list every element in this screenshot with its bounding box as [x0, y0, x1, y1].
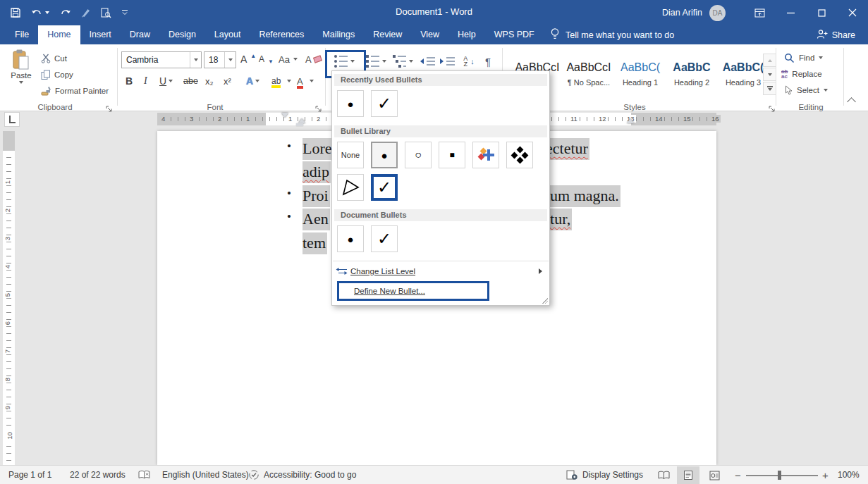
bullet-tile-dot[interactable]: ●	[337, 90, 364, 117]
increase-indent-button[interactable]	[439, 52, 456, 70]
style-card-heading-1[interactable]: AaBbC(Heading 1	[616, 53, 664, 95]
avatar[interactable]: DA	[709, 5, 726, 21]
multilevel-dropdown-icon[interactable]	[409, 60, 413, 63]
text-effects-dropdown-icon[interactable]	[255, 80, 259, 82]
zoom-out-button[interactable]: −	[735, 466, 741, 484]
italic-button[interactable]: I	[144, 73, 147, 89]
menu-item-change-list-level[interactable]: Change List Level	[332, 263, 549, 279]
menu-item-define-new-bullet[interactable]: Define New Bullet...	[337, 281, 489, 301]
paste-button[interactable]: Paste	[6, 49, 37, 99]
right-indent-marker[interactable]	[627, 118, 634, 123]
numbering-dropdown-icon[interactable]	[382, 60, 386, 63]
paste-dropdown-icon[interactable]	[19, 81, 23, 84]
font-dialog-launcher-icon[interactable]	[315, 104, 324, 112]
tab-view[interactable]: View	[411, 25, 448, 44]
tab-draw[interactable]: Draw	[121, 25, 159, 44]
web-layout-button[interactable]	[703, 466, 726, 484]
share-button[interactable]: Share	[817, 25, 855, 44]
tab-file[interactable]: File	[6, 25, 38, 44]
bullet-tile-diamonds-black[interactable]	[506, 142, 533, 168]
copy-button[interactable]: Copy	[41, 68, 73, 82]
print-layout-button[interactable]	[677, 466, 699, 484]
styles-scroll-down-button[interactable]	[763, 68, 776, 81]
multilevel-list-button[interactable]	[391, 52, 415, 70]
font-size-dropdown-icon[interactable]	[224, 52, 236, 68]
bullet-tile-check[interactable]: ✓	[371, 90, 398, 117]
find-dropdown-icon[interactable]	[819, 56, 823, 59]
maximize-button[interactable]	[806, 0, 837, 25]
hanging-indent-marker[interactable]	[298, 118, 305, 123]
zoom-slider-track[interactable]	[746, 475, 818, 476]
proofing-status-icon[interactable]	[138, 466, 150, 484]
accessibility-icon[interactable]	[248, 466, 259, 484]
accessibility-status[interactable]: Accessibility: Good to go	[264, 466, 356, 484]
select-dropdown-icon[interactable]	[824, 89, 828, 92]
decrease-indent-button[interactable]	[419, 52, 436, 70]
bullet-tile-none[interactable]: None	[337, 142, 364, 168]
tab-review[interactable]: Review	[364, 25, 411, 44]
zoom-slider-thumb[interactable]	[778, 471, 781, 480]
font-name-combo[interactable]: Cambria	[121, 51, 202, 68]
replace-button[interactable]: abac Replace	[781, 67, 822, 81]
subscript-button[interactable]: x₂	[205, 73, 214, 89]
user-name[interactable]: Dian Arifin	[662, 8, 702, 18]
tab-references[interactable]: References	[250, 25, 313, 44]
tab-insert[interactable]: Insert	[80, 25, 121, 44]
font-name-dropdown-icon[interactable]	[190, 52, 201, 68]
change-case-button[interactable]: Aa	[279, 52, 298, 66]
resize-grip[interactable]	[542, 297, 548, 304]
zoom-level[interactable]: 100%	[838, 466, 860, 484]
style-card-heading-3[interactable]: AaBbC(Heading 3	[719, 53, 767, 95]
language-status[interactable]: English (United States)	[162, 466, 249, 484]
find-button[interactable]: Find	[784, 51, 823, 65]
styles-scroll-up-button[interactable]	[763, 54, 776, 67]
underline-dropdown-icon[interactable]	[169, 80, 173, 82]
close-button[interactable]	[837, 0, 868, 25]
tab-design[interactable]: Design	[159, 25, 205, 44]
first-line-indent-marker[interactable]	[281, 113, 288, 118]
show-hide-paragraph-button[interactable]: ¶	[481, 52, 495, 70]
vertical-ruler[interactable]: 12345678910	[3, 131, 15, 465]
page-indicator[interactable]: Page 1 of 1	[8, 466, 51, 484]
bullet-tile-diamonds-color[interactable]	[472, 142, 499, 168]
sort-button[interactable]: AZ ↓	[460, 52, 477, 70]
tab-home[interactable]: Home	[38, 25, 80, 44]
superscript-button[interactable]: x²	[224, 73, 231, 89]
numbering-button[interactable]	[364, 52, 388, 70]
ribbon-display-options-icon[interactable]	[744, 0, 775, 25]
font-size-combo[interactable]: 18	[204, 51, 236, 68]
highlight-button[interactable]: ab	[271, 73, 291, 89]
bullet-tile-check[interactable]: ✓	[371, 174, 398, 201]
bullet-tile-check[interactable]: ✓	[371, 225, 398, 252]
minimize-button[interactable]	[775, 0, 806, 25]
highlight-dropdown-icon[interactable]	[287, 80, 291, 82]
grow-font-button[interactable]: A▲	[240, 52, 256, 66]
styles-more-button[interactable]	[763, 82, 776, 95]
clipboard-dialog-launcher-icon[interactable]	[106, 104, 114, 112]
zoom-in-button[interactable]: +	[822, 466, 829, 484]
left-indent-marker[interactable]	[296, 123, 303, 126]
tab-wps-pdf[interactable]: WPS PDF	[485, 25, 544, 44]
font-color-button[interactable]: A	[297, 73, 314, 89]
select-button[interactable]: Select	[784, 83, 828, 97]
display-settings-button[interactable]: Display Settings	[566, 466, 643, 484]
bullet-tile-circle[interactable]: ○	[405, 142, 432, 168]
tab-mailings[interactable]: Mailings	[313, 25, 364, 44]
word-count[interactable]: 22 of 22 words	[70, 466, 126, 484]
bullet-tile-square[interactable]: ■	[439, 142, 465, 168]
text-effects-button[interactable]: A	[246, 73, 259, 89]
bullet-tile-dot[interactable]: ●	[337, 225, 364, 252]
clear-formatting-button[interactable]: A	[305, 52, 322, 66]
read-mode-button[interactable]	[652, 466, 675, 484]
style-card-heading-2[interactable]: AaBbCHeading 2	[668, 53, 716, 95]
tell-me-box[interactable]: Tell me what you want to do	[550, 25, 674, 44]
bullet-tile-arrow[interactable]	[337, 174, 364, 201]
tab-layout[interactable]: Layout	[205, 25, 250, 44]
shrink-font-button[interactable]: A▼	[259, 52, 274, 66]
bullet-tile-dot[interactable]: ●	[371, 142, 398, 168]
tab-selector[interactable]	[4, 112, 20, 127]
underline-button[interactable]: U	[159, 73, 173, 89]
format-painter-button[interactable]: Format Painter	[41, 84, 109, 98]
strikethrough-button[interactable]: abe	[183, 73, 198, 89]
cut-button[interactable]: Cut	[41, 51, 67, 66]
